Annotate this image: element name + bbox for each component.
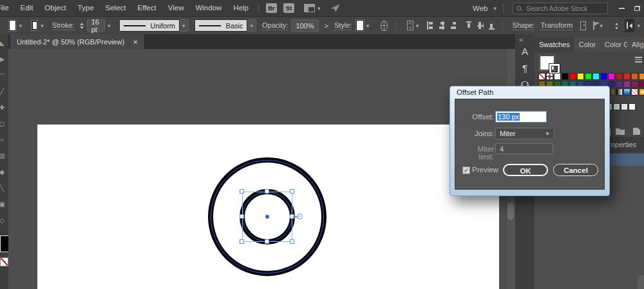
align-right-icon[interactable] [450, 21, 456, 30]
isolate-selection-icon[interactable] [580, 21, 586, 30]
selection-handle-se[interactable] [290, 239, 294, 244]
menu-type[interactable]: Type [72, 0, 100, 16]
none-swatch-icon[interactable] [0, 257, 8, 266]
swatch[interactable] [631, 81, 638, 88]
swatch[interactable] [621, 103, 628, 110]
tool-icon[interactable]: ▶ [0, 55, 8, 63]
chevron-down-icon[interactable]: ▾ [416, 23, 419, 29]
align-bottom-icon[interactable] [489, 21, 495, 30]
chevron-down-icon[interactable]: ▾ [41, 23, 44, 29]
swatch[interactable] [639, 81, 644, 88]
chevron-down-icon[interactable]: ▾ [19, 23, 22, 29]
chevron-down-icon[interactable]: ▾ [247, 19, 256, 32]
swatch[interactable] [577, 73, 584, 80]
preview-checkbox[interactable]: ✓ [462, 166, 470, 174]
chevron-down-icon[interactable]: ▾ [108, 23, 111, 29]
tab-swatches[interactable]: Swatches [535, 37, 574, 52]
live-shape-radius-widget[interactable] [297, 214, 303, 219]
collapse-panels-icon[interactable]: « [519, 35, 523, 43]
swatch[interactable] [608, 73, 615, 80]
tool-icon[interactable]: ◠ [0, 72, 8, 79]
tab-color-guide[interactable]: Color Guide [600, 37, 627, 52]
menu-file[interactable]: File [0, 0, 15, 16]
tool-icon[interactable]: ◆ [0, 168, 8, 175]
tool-icon[interactable]: ╱ [0, 88, 8, 95]
swatch[interactable] [616, 88, 623, 95]
stroke-weight-stepper[interactable] [80, 23, 84, 29]
fill-indicator-black[interactable] [0, 235, 9, 252]
selection-handle-w[interactable] [240, 214, 244, 219]
cancel-button[interactable]: Cancel [553, 164, 598, 176]
transform-label[interactable]: Transform [540, 21, 573, 30]
share-icon[interactable] [331, 5, 340, 12]
menu-window[interactable]: Window [189, 0, 227, 16]
tools-panel-clipped[interactable]: ◣▶◠╱✚◻○▥◆╲▣◇ [0, 34, 9, 289]
align-middle-icon[interactable] [477, 21, 483, 30]
opacity-label[interactable]: Opacity: [262, 21, 288, 30]
swatch[interactable] [623, 81, 630, 88]
bridge-button[interactable]: Br [266, 3, 277, 13]
fill-color-swatch[interactable] [9, 20, 16, 31]
menu-edit[interactable]: Edit [15, 0, 39, 16]
swatch[interactable] [629, 103, 636, 110]
offset-path-dialog[interactable]: Offset Path Offset: 130 px Joins: Miter … [450, 86, 610, 196]
stroke-weight-value[interactable]: 16 pt [87, 19, 105, 32]
menu-select[interactable]: Select [100, 0, 132, 16]
swatch[interactable] [554, 73, 561, 80]
document-setup-icon[interactable] [407, 21, 413, 30]
menu-effect[interactable]: Effect [132, 0, 162, 16]
character-panel-icon[interactable]: A [515, 46, 535, 57]
workspace-layout-icon[interactable] [304, 4, 315, 12]
swatch[interactable] [631, 88, 638, 95]
menu-view[interactable]: View [162, 0, 190, 16]
align-top-icon[interactable] [466, 21, 472, 30]
swatch[interactable] [562, 73, 569, 80]
tool-icon[interactable]: ◇ [0, 217, 8, 224]
tab-align[interactable]: Align [627, 37, 644, 52]
swatch[interactable] [538, 73, 545, 80]
swatch[interactable] [585, 73, 592, 80]
selection-handle-nw[interactable] [240, 189, 244, 194]
swatch[interactable] [616, 81, 623, 88]
swatch[interactable] [639, 73, 644, 80]
style-label[interactable]: Style: [334, 21, 352, 30]
panel-menu-icon[interactable] [635, 57, 642, 63]
swatch[interactable] [600, 73, 607, 80]
vertical-scrollbar-thumb[interactable] [507, 203, 514, 220]
shape-label[interactable]: Shape: [513, 21, 535, 30]
swatch[interactable] [546, 73, 553, 80]
stroke-label[interactable]: Stroke: [52, 21, 75, 30]
panel-toggle-button[interactable] [625, 19, 634, 32]
select-similar-icon[interactable] [592, 21, 597, 30]
menu-object[interactable]: Object [39, 0, 71, 16]
tool-icon[interactable]: ▥ [0, 152, 8, 159]
document-tab[interactable]: Untitled-2* @ 50% (RGB/Preview) × [10, 34, 145, 49]
arrange-documents-icon[interactable] [614, 22, 618, 29]
stock-button[interactable]: St [283, 3, 294, 13]
align-left-icon[interactable] [427, 21, 433, 30]
chevron-down-icon[interactable]: ▾ [317, 5, 321, 12]
swatch[interactable] [613, 103, 620, 110]
stroke-color-swatch[interactable] [31, 20, 38, 31]
brush-dropdown[interactable]: Basic [194, 19, 248, 32]
tool-icon[interactable]: ◻ [0, 120, 8, 127]
ok-button[interactable]: OK [503, 164, 548, 176]
graphic-style-swatch[interactable] [356, 20, 363, 31]
chevron-down-icon[interactable]: ▾ [600, 23, 603, 29]
swatch[interactable] [623, 88, 630, 95]
swatch[interactable] [623, 73, 630, 80]
paragraph-panel-icon[interactable]: ¶ [515, 63, 535, 74]
opacity-value[interactable]: 100% [291, 19, 318, 32]
chevron-down-icon[interactable]: ▾ [637, 23, 640, 29]
selection-handle-s[interactable] [265, 239, 269, 244]
stock-search-box[interactable] [513, 3, 608, 14]
swatch[interactable] [569, 73, 576, 80]
selection-handle-sw[interactable] [240, 239, 244, 244]
close-icon[interactable]: × [133, 38, 137, 46]
document-web-icon[interactable] [381, 21, 387, 31]
restore-button[interactable] [630, 3, 644, 14]
tool-icon[interactable]: ✚ [0, 104, 8, 111]
miter-limit-input[interactable]: 4 [495, 143, 553, 154]
offset-input[interactable]: 130 px [495, 111, 547, 123]
swatch[interactable] [631, 73, 638, 80]
